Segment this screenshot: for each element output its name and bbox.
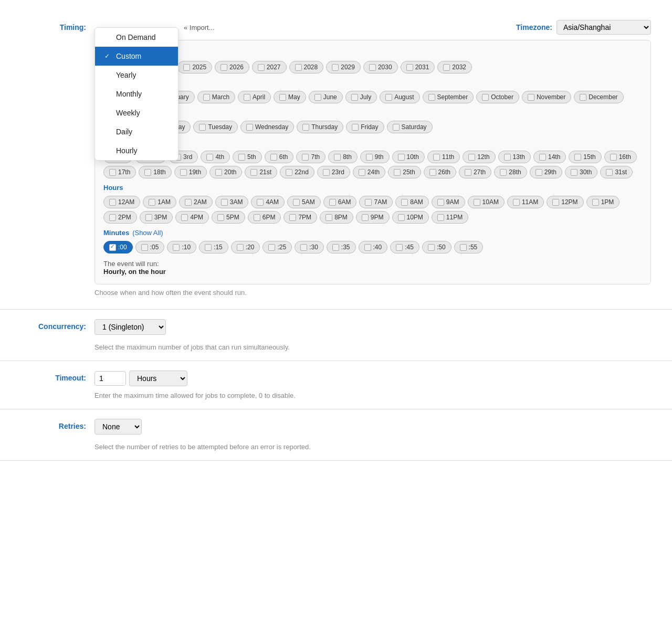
chip-8th[interactable]: 8th xyxy=(328,151,358,163)
dropdown-item-daily[interactable]: Daily xyxy=(95,122,178,141)
chip-3AM[interactable]: 3AM xyxy=(215,196,249,208)
chip-3PM[interactable]: 3PM xyxy=(140,211,173,224)
chip-24th[interactable]: 24th xyxy=(353,166,385,178)
chip-:40[interactable]: :40 xyxy=(359,241,388,253)
chip-20th[interactable]: 20th xyxy=(209,166,242,178)
chip-:30[interactable]: :30 xyxy=(295,241,324,253)
chip-11PM[interactable]: 11PM xyxy=(432,211,468,224)
chip-:05[interactable]: :05 xyxy=(135,241,165,253)
chip-5AM[interactable]: 5AM xyxy=(287,196,321,208)
chip-5PM[interactable]: 5PM xyxy=(212,211,245,224)
timeout-unit-select[interactable]: Hours Minutes Seconds xyxy=(129,371,187,386)
chip-2AM[interactable]: 2AM xyxy=(179,196,213,208)
chip-2025[interactable]: 2025 xyxy=(177,61,212,73)
dropdown-item-monthly[interactable]: Monthly xyxy=(95,84,178,103)
chip-:15[interactable]: :15 xyxy=(199,241,228,253)
chip-June[interactable]: June xyxy=(309,91,343,103)
chip-4AM[interactable]: 4AM xyxy=(251,196,285,208)
dropdown-item-custom[interactable]: ✓ Custom xyxy=(95,47,178,66)
chip-May[interactable]: May xyxy=(274,91,306,103)
chip-12PM[interactable]: 12PM xyxy=(547,196,583,208)
chip-:10[interactable]: :10 xyxy=(167,241,196,253)
chip-9PM[interactable]: 9PM xyxy=(356,211,390,224)
chip-10th[interactable]: 10th xyxy=(392,151,425,163)
chip-13th[interactable]: 13th xyxy=(498,151,531,163)
chip-7PM[interactable]: 7PM xyxy=(284,211,317,224)
chip-6AM[interactable]: 6AM xyxy=(323,196,357,208)
chip-8AM[interactable]: 8AM xyxy=(395,196,429,208)
chip-19th[interactable]: 19th xyxy=(174,166,207,178)
chip-:55[interactable]: :55 xyxy=(454,241,484,253)
chip-29th[interactable]: 29th xyxy=(530,166,562,178)
chip-28th[interactable]: 28th xyxy=(494,166,527,178)
chip-2026[interactable]: 2026 xyxy=(215,61,249,73)
chip-Saturday[interactable]: Saturday xyxy=(387,121,433,133)
chip-10PM[interactable]: 10PM xyxy=(392,211,429,224)
chip-:00[interactable]: ✓:00 xyxy=(103,241,133,253)
chip-1AM[interactable]: 1AM xyxy=(143,196,176,208)
concurrency-select[interactable]: 1 (Singleton) 2 3 xyxy=(94,319,166,335)
chip-September[interactable]: September xyxy=(423,91,474,103)
chip-27th[interactable]: 27th xyxy=(459,166,491,178)
chip-6th[interactable]: 6th xyxy=(265,151,294,163)
chip-23rd[interactable]: 23rd xyxy=(317,166,350,178)
chip-7th[interactable]: 7th xyxy=(296,151,326,163)
chip-25th[interactable]: 25th xyxy=(388,166,421,178)
retries-select[interactable]: None 1 2 3 xyxy=(94,419,142,435)
chip-14th[interactable]: 14th xyxy=(533,151,566,163)
chip-July[interactable]: July xyxy=(345,91,377,103)
chip-April[interactable]: April xyxy=(238,91,271,103)
timezone-select[interactable]: Asia/Shanghai UTC America/New_York xyxy=(556,20,651,35)
chip-4th[interactable]: 4th xyxy=(201,151,230,163)
timeout-number-input[interactable] xyxy=(94,371,126,386)
chip-26th[interactable]: 26th xyxy=(424,166,456,178)
show-all-link[interactable]: (Show All) xyxy=(132,229,163,237)
chip-8PM[interactable]: 8PM xyxy=(320,211,353,224)
chip-9th[interactable]: 9th xyxy=(360,151,390,163)
chip-:20[interactable]: :20 xyxy=(231,241,260,253)
chip-November[interactable]: November xyxy=(522,91,571,103)
chip-2030[interactable]: 2030 xyxy=(363,61,398,73)
chip-7AM[interactable]: 7AM xyxy=(359,196,393,208)
chip-Wednesday[interactable]: Wednesday xyxy=(240,121,294,133)
chip-2031[interactable]: 2031 xyxy=(401,61,435,73)
chip-2PM[interactable]: 2PM xyxy=(103,211,137,224)
chip-5th[interactable]: 5th xyxy=(233,151,262,163)
chip-15th[interactable]: 15th xyxy=(569,151,601,163)
chip-Tuesday[interactable]: Tuesday xyxy=(193,121,238,133)
chip-11AM[interactable]: 11AM xyxy=(507,196,544,208)
chip-Thursday[interactable]: Thursday xyxy=(297,121,343,133)
chip-December[interactable]: December xyxy=(574,91,623,103)
chip-1PM[interactable]: 1PM xyxy=(586,196,620,208)
chip-August[interactable]: August xyxy=(380,91,419,103)
chip-4PM[interactable]: 4PM xyxy=(175,211,209,224)
chip-October[interactable]: October xyxy=(476,91,519,103)
chip-12AM[interactable]: 12AM xyxy=(103,196,140,208)
chip-2027[interactable]: 2027 xyxy=(252,61,287,73)
dropdown-item-yearly[interactable]: Yearly xyxy=(95,66,178,84)
chip-Friday[interactable]: Friday xyxy=(346,121,384,133)
chip-22nd[interactable]: 22nd xyxy=(280,166,314,178)
chip-12th[interactable]: 12th xyxy=(463,151,495,163)
chip-16th[interactable]: 16th xyxy=(604,151,637,163)
chip-30th[interactable]: 30th xyxy=(565,166,597,178)
chip-18th[interactable]: 18th xyxy=(139,166,171,178)
chip-11th[interactable]: 11th xyxy=(427,151,460,163)
chip-:50[interactable]: :50 xyxy=(422,241,452,253)
dropdown-item-on-demand[interactable]: On Demand xyxy=(95,28,178,47)
dropdown-item-hourly[interactable]: Hourly xyxy=(95,141,178,160)
chip-2032[interactable]: 2032 xyxy=(437,61,472,73)
chip-:45[interactable]: :45 xyxy=(390,241,419,253)
chip-9AM[interactable]: 9AM xyxy=(432,196,465,208)
chip-31st[interactable]: 31st xyxy=(600,166,633,178)
chip-17th[interactable]: 17th xyxy=(103,166,136,178)
chip-2029[interactable]: 2029 xyxy=(326,61,361,73)
chip-21st[interactable]: 21st xyxy=(245,166,277,178)
import-link[interactable]: « Import... xyxy=(184,24,215,31)
dropdown-item-weekly[interactable]: Weekly xyxy=(95,103,178,122)
chip-2028[interactable]: 2028 xyxy=(289,61,324,73)
chip-March[interactable]: March xyxy=(197,91,235,103)
chip-6PM[interactable]: 6PM xyxy=(248,211,281,224)
chip-10AM[interactable]: 10AM xyxy=(468,196,505,208)
chip-:35[interactable]: :35 xyxy=(327,241,356,253)
